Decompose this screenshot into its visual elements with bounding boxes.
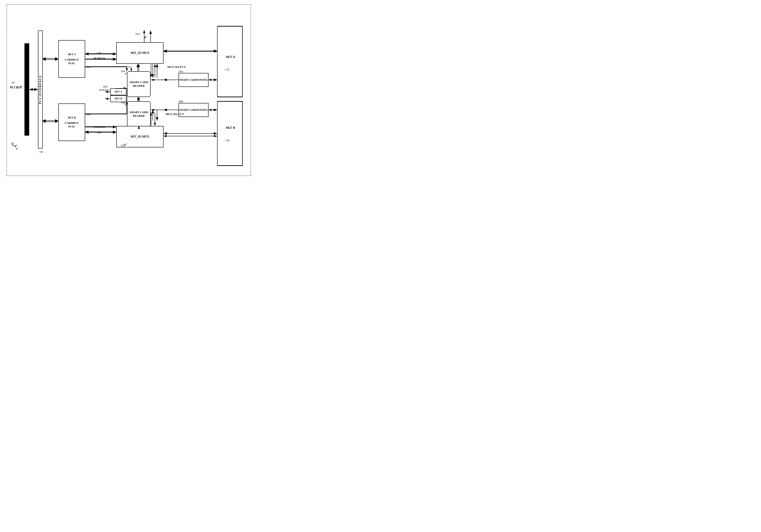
pcmcia-top-label: PCMCIA: [94, 57, 105, 60]
mux-select-bottom-label: MUX SELECT: [166, 112, 184, 116]
num-30b-label: 30B: [179, 100, 183, 103]
arrow-34b: ↙: [124, 102, 127, 106]
arrow-34a: ↙: [124, 71, 127, 75]
smart-cardsensing-a-block: SMART CARDSENSING: [179, 73, 208, 87]
num-32a-label: 32A: [135, 32, 140, 35]
diagram-container: PCI BUS 20 ↙ PCI INTERFACE ~38 SKT A CAR…: [6, 4, 251, 176]
smart-card-reader-b-block: SMART CARD READER: [127, 101, 150, 127]
pcmcia-bottom-label: PCMCIA: [94, 125, 105, 129]
skt-a-block: SKT A CARDBUS/PCIC: [58, 40, 85, 78]
mux-select-top-label: MUX SELECT: [167, 65, 186, 69]
arrow-32b: ↙: [124, 142, 127, 146]
num-20-label: 20: [12, 81, 14, 84]
skt-b-right-bracket: [217, 101, 243, 166]
skt-a-right-bracket: [217, 26, 243, 97]
num-30a-label: 30A: [179, 70, 183, 73]
num-38-label: ~38: [39, 150, 43, 154]
skt-power-cti-label: SKTPOWER Cti: [99, 85, 112, 92]
num-36b-label: ~36B: [85, 113, 91, 116]
skt-io-mux-a-block: SKT_IO MUX: [116, 42, 163, 64]
arrow-10-indicator: ↙: [14, 144, 17, 148]
outer-num-10: 10: [11, 142, 14, 146]
arrow-20: ↙: [20, 84, 23, 88]
pci-interface-block: PCI INTERFACE: [38, 30, 43, 148]
skt-a-small-block: SKT A: [110, 89, 126, 95]
cb-top-label: CB: [97, 51, 101, 55]
skt-b-block: SKT B CARDBUS/PCIC: [58, 103, 85, 141]
arrow-32a: ↙: [144, 35, 147, 39]
skt-b-right-label: SKT B: [226, 126, 235, 130]
smart-card-reader-a-block: SMART CARD READER: [127, 71, 150, 97]
cb-bottom-label: CB: [97, 131, 101, 134]
num-12-label: ~12: [225, 68, 229, 72]
skt-a-right-label: SKT A: [226, 55, 235, 59]
num-14-label: ~14: [225, 139, 229, 142]
svg-rect-35: [25, 43, 29, 136]
num-36a-label: ~36A: [85, 65, 91, 69]
